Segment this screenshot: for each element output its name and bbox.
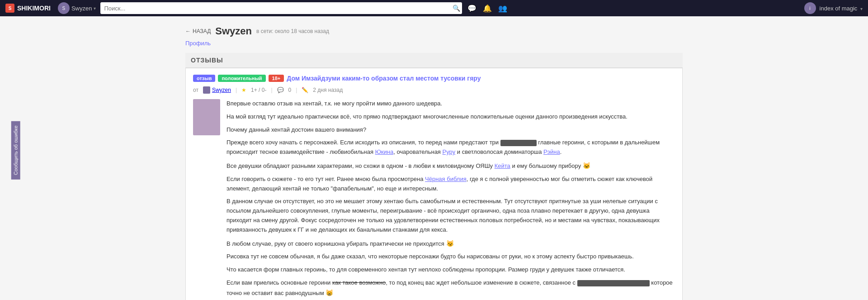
feedback-sidebar[interactable]: Сообщить об ошибке (11, 121, 20, 179)
topnav-user-avatar: S (58, 2, 70, 14)
back-button[interactable]: ← НАЗАД (185, 28, 211, 34)
topnav-user-arrow: ▾ (94, 6, 96, 11)
link-ruru[interactable]: Руру (443, 148, 456, 155)
meta-star: ★ (241, 87, 246, 93)
meta-comment-icon: 💬 (277, 87, 284, 93)
back-label: НАЗАД (193, 28, 211, 34)
logo-text: SHIKIMORI (17, 5, 51, 12)
notifications-icon-wrap: 🔔 (483, 4, 492, 13)
emoji-2: 😼 (446, 238, 454, 248)
link-reina[interactable]: Рэйна (543, 148, 560, 155)
meta-sep1: | (236, 87, 237, 93)
review-body: Впервые оставлю отзыв на хентай, т.к. не… (226, 99, 675, 300)
meta-edit-icon: ✏️ (302, 87, 308, 93)
review-card: отзыв положительный 18+ Дом Имзайдзуми к… (185, 68, 683, 300)
right-username: index of magic ▾ (820, 5, 863, 12)
review-para-8: В любом случае, руку от своего корнишона… (226, 238, 675, 249)
main-content: ← НАЗАД Swyzen в сети: около 18 часов на… (176, 16, 692, 300)
tag-18: 18+ (269, 75, 284, 82)
meta-sep3: | (296, 87, 297, 93)
friends-icon-button[interactable]: 👥 (498, 4, 507, 13)
review-para-2: На мой взгляд тут идеально практически в… (226, 112, 675, 122)
search-input[interactable] (100, 2, 462, 14)
friends-icon-wrap: 👥 (498, 4, 507, 13)
review-para-11: Если вам приелись основные героини как т… (226, 278, 675, 298)
profile-status-text: в сети: около 18 часов назад (256, 28, 329, 34)
right-user-avatar: i (804, 2, 816, 14)
search-button[interactable]: 🔍 (453, 5, 460, 12)
feedback-label: Сообщить об ошибке (13, 125, 19, 175)
meta-sep2: | (271, 87, 272, 93)
review-para-7: В данном случае он отсутствует, но это н… (226, 197, 675, 234)
topnav-user-section[interactable]: S Swyzen ▾ (58, 2, 96, 14)
meta-edit-date: 2 дня назад (313, 87, 343, 93)
review-para-3: Почему данный хентай достоин вашего вним… (226, 125, 675, 135)
topnav: S SHIKIMORI S Swyzen ▾ 🔍 💬 🔔 👥 i index o… (0, 0, 868, 16)
author-link[interactable]: Swyzen (212, 87, 231, 93)
strikethrough-text: как такое возможно (332, 279, 386, 286)
meta-rating: 1+ / 0- (251, 87, 266, 93)
emoji-1: 🐱 (583, 161, 590, 171)
topnav-right: i index of magic ▾ (804, 2, 863, 14)
link-black-bible[interactable]: Чёрная библия (425, 176, 467, 182)
back-arrow-icon: ← (185, 28, 191, 34)
link-yukina[interactable]: Юкина (375, 148, 394, 155)
review-para-4: Прежде всего хочу начать с персонажей. Е… (226, 138, 675, 157)
review-meta: от Swyzen | ★ 1+ / 0- | 💬 0 | ✏️ 2 дня н… (193, 86, 675, 94)
profile-title: Swyzen (215, 25, 252, 37)
section-title: ОТЗЫВЫ (185, 53, 683, 68)
redacted-2 (577, 280, 650, 286)
meta-comments: 0 (288, 87, 292, 93)
topnav-username: Swyzen (71, 5, 92, 12)
review-para-10: Что касается форм главных героинь, то дл… (226, 265, 675, 275)
logo[interactable]: S SHIKIMORI (5, 4, 51, 13)
redacted-1 (500, 140, 537, 146)
review-para-5: Все девушки обладают разными характерами… (226, 161, 675, 171)
review-para-9: Рисовка тут не совсем обычная, я бы даже… (226, 252, 675, 262)
link-keita[interactable]: Кейта (495, 162, 510, 169)
chat-icon-button[interactable]: 💬 (467, 4, 476, 13)
review-cover-image (193, 99, 220, 135)
profile-link[interactable]: Профиль (185, 40, 683, 47)
logo-icon: S (5, 4, 14, 13)
emoji-3: 😸 (326, 288, 333, 298)
review-para-6: Если говорить о сюжете - то его тут нет.… (226, 175, 675, 194)
review-body-wrapper: Впервые оставлю отзыв на хентай, т.к. не… (193, 99, 675, 300)
meta-from: от (193, 87, 198, 93)
profile-header: ← НАЗАД Swyzen в сети: около 18 часов на… (185, 25, 683, 37)
search-wrapper: 🔍 (100, 2, 462, 14)
tag-positive: положительный (218, 75, 265, 82)
review-tags-row: отзыв положительный 18+ Дом Имзайдзуми к… (193, 75, 675, 82)
tag-review: отзыв (193, 75, 215, 82)
topnav-actions: 💬 🔔 👥 (467, 4, 507, 13)
notifications-icon-button[interactable]: 🔔 (483, 4, 492, 13)
author-avatar (203, 86, 210, 94)
review-author: Swyzen (203, 86, 231, 94)
right-user-arrow: ▾ (860, 6, 863, 11)
review-para-1: Впервые оставлю отзыв на хентай, т.к. не… (226, 99, 675, 109)
review-title[interactable]: Дом Имзайдзуми каким-то образом стал мес… (287, 75, 481, 82)
chat-icon-wrap: 💬 (467, 4, 476, 13)
profile-status: в сети: около 18 часов назад (256, 28, 329, 34)
